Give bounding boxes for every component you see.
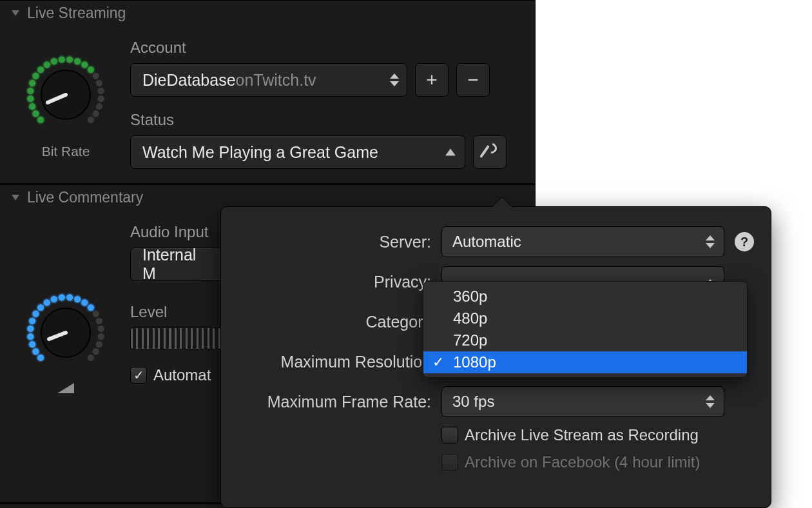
- resolution-option[interactable]: ✓360p: [423, 286, 747, 308]
- server-label: Server:: [238, 233, 431, 251]
- svg-point-58: [51, 296, 57, 302]
- svg-point-11: [29, 80, 35, 86]
- svg-point-70: [96, 318, 102, 324]
- account-name: DieDatabase: [142, 71, 236, 90]
- stepper-icon: [703, 227, 717, 257]
- plus-icon: +: [426, 69, 438, 91]
- level-dial-column: [14, 218, 117, 393]
- status-value: Watch Me Playing a Great Game: [142, 143, 378, 162]
- resolution-option[interactable]: ✓1080p: [423, 351, 747, 373]
- svg-point-74: [92, 348, 99, 355]
- category-label: Category: [238, 313, 431, 331]
- account-service: Twitch.tv: [253, 71, 316, 90]
- status-label: Status: [130, 111, 521, 129]
- svg-point-29: [88, 66, 94, 73]
- archive-facebook-checkbox: ✓: [441, 454, 458, 471]
- svg-point-50: [29, 318, 35, 324]
- svg-point-25: [74, 58, 81, 64]
- svg-point-34: [96, 103, 102, 110]
- svg-point-56: [44, 299, 50, 306]
- svg-point-60: [59, 294, 65, 300]
- add-account-button[interactable]: +: [415, 63, 449, 97]
- svg-point-42: [32, 348, 39, 355]
- minus-icon: −: [467, 69, 479, 91]
- svg-point-23: [66, 56, 73, 63]
- svg-point-69: [92, 311, 99, 317]
- max-framerate-value: 30 fps: [452, 393, 494, 411]
- svg-point-44: [29, 341, 35, 347]
- svg-point-66: [81, 299, 88, 306]
- resolution-option[interactable]: ✓720p: [423, 329, 747, 351]
- bitrate-label: Bit Rate: [42, 144, 90, 159]
- svg-point-33: [97, 95, 104, 102]
- account-select[interactable]: DieDatabase on Twitch.tv: [130, 63, 407, 97]
- status-input[interactable]: Watch Me Playing a Great Game: [130, 135, 465, 169]
- max-resolution-label: Maximum Resolution: [238, 353, 431, 371]
- section-title: Live Commentary: [27, 189, 143, 206]
- resolution-option-label: 480p: [453, 309, 487, 327]
- account-on: on: [236, 71, 254, 90]
- resolution-dropdown-menu[interactable]: ✓360p✓480p✓720p✓1080p: [423, 281, 748, 378]
- svg-point-15: [37, 66, 44, 73]
- chevron-down-icon: [12, 195, 19, 200]
- max-framerate-label: Maximum Frame Rate:: [238, 393, 431, 411]
- stepper-icon: [703, 387, 717, 416]
- svg-point-36: [88, 117, 94, 123]
- section-live-streaming: Live Streaming Bit Rate Account DieDatab…: [0, 0, 535, 183]
- svg-point-21: [59, 56, 65, 63]
- svg-point-17: [44, 61, 50, 68]
- svg-point-48: [27, 326, 34, 332]
- server-select[interactable]: Automatic: [441, 226, 724, 257]
- resolution-option-label: 720p: [453, 331, 487, 349]
- resolution-option-label: 360p: [453, 288, 487, 306]
- svg-point-75: [88, 355, 94, 361]
- audio-input-select[interactable]: Internal M: [130, 248, 227, 281]
- section-body: Bit Rate Account DieDatabase on Twitch.t…: [0, 27, 535, 183]
- svg-point-31: [96, 80, 102, 86]
- chevron-down-icon: [12, 10, 19, 16]
- bitrate-dial[interactable]: [21, 50, 111, 140]
- svg-point-3: [32, 110, 39, 117]
- svg-point-73: [96, 341, 102, 347]
- level-dial[interactable]: [21, 288, 111, 378]
- svg-point-9: [27, 88, 34, 94]
- help-button[interactable]: ?: [735, 232, 754, 251]
- bitrate-dial-column: Bit Rate: [14, 34, 117, 169]
- automatic-checkbox[interactable]: ✓: [130, 367, 147, 384]
- svg-point-52: [32, 311, 39, 317]
- server-value: Automatic: [452, 233, 521, 251]
- section-header-live-streaming[interactable]: Live Streaming: [0, 1, 535, 27]
- svg-point-30: [92, 73, 99, 79]
- svg-point-46: [27, 333, 34, 340]
- svg-point-54: [37, 304, 44, 311]
- resolution-option-label: 1080p: [453, 353, 496, 371]
- svg-point-68: [88, 304, 94, 311]
- automatic-label: Automat: [153, 366, 211, 384]
- svg-point-32: [97, 88, 104, 94]
- svg-point-13: [32, 73, 39, 79]
- svg-point-40: [37, 355, 44, 361]
- archive-facebook-label: Archive on Facebook (4 hour limit): [465, 453, 700, 471]
- help-icon: ?: [740, 235, 748, 249]
- stepper-icon: [387, 64, 401, 96]
- section-title: Live Streaming: [27, 5, 126, 22]
- max-framerate-select[interactable]: 30 fps: [441, 386, 724, 417]
- remove-account-button[interactable]: −: [456, 63, 490, 97]
- svg-point-62: [66, 294, 73, 300]
- archive-recording-label: Archive Live Stream as Recording: [465, 426, 699, 444]
- svg-point-1: [37, 117, 44, 123]
- svg-point-7: [27, 95, 34, 102]
- tools-icon: [481, 143, 499, 161]
- settings-popover-button[interactable]: [473, 135, 507, 169]
- svg-point-64: [74, 296, 81, 302]
- archive-recording-checkbox[interactable]: ✓: [441, 427, 458, 444]
- svg-point-35: [92, 110, 99, 117]
- check-icon: ✓: [432, 354, 444, 371]
- triangle-indicator-icon: [57, 383, 74, 393]
- privacy-label: Privacy:: [238, 273, 431, 291]
- svg-point-72: [97, 333, 104, 340]
- resolution-option[interactable]: ✓480p: [423, 308, 747, 329]
- svg-point-5: [29, 103, 35, 110]
- svg-point-19: [51, 58, 57, 64]
- live-streaming-form: Account DieDatabase on Twitch.tv + − Sta…: [130, 34, 521, 169]
